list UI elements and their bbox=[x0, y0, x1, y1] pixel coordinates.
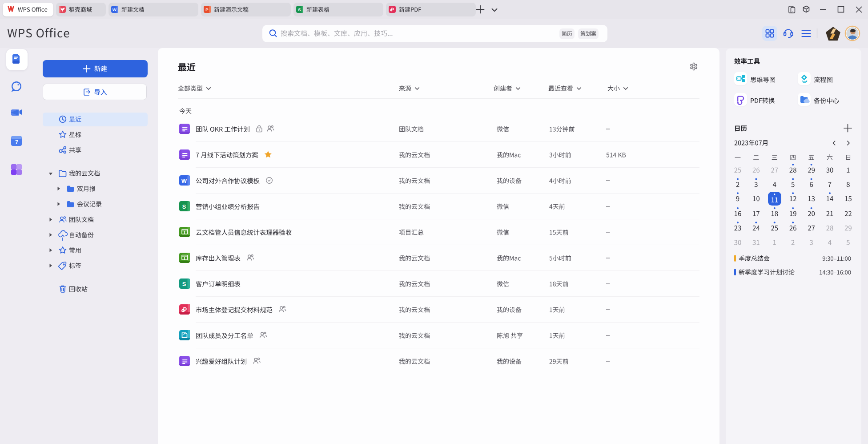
svg-text:P: P bbox=[205, 7, 209, 12]
svg-text:W: W bbox=[113, 7, 117, 12]
svg-text:S: S bbox=[182, 281, 186, 287]
svg-text:S: S bbox=[298, 7, 301, 12]
svg-text:W: W bbox=[181, 178, 187, 184]
svg-text:7: 7 bbox=[15, 139, 18, 145]
svg-text:S: S bbox=[182, 203, 186, 210]
